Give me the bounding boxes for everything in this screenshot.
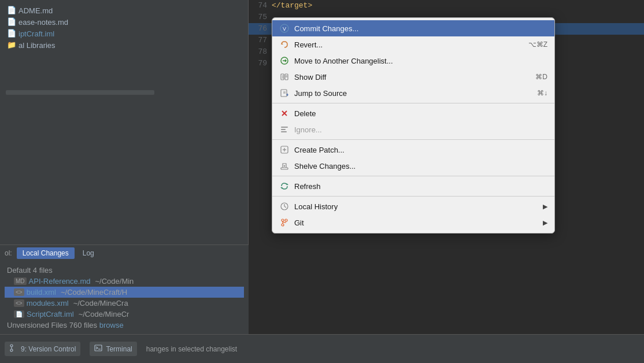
line-number: 77	[249, 35, 272, 46]
line-number: 75	[249, 12, 272, 23]
file-tree: 📄 ADME.md 📄 ease-notes.md 📄 iptCraft.iml…	[0, 0, 248, 55]
separator-3	[272, 176, 554, 176]
svg-rect-15	[281, 129, 286, 130]
separator-1	[272, 103, 554, 103]
menu-item-shelve[interactable]: Shelve Changes...	[272, 158, 554, 174]
browse-link[interactable]: browse	[99, 321, 124, 329]
menu-label: Delete	[294, 109, 547, 118]
menu-item-createpatch[interactable]: Create Patch...	[272, 142, 554, 158]
version-control-button[interactable]: 9: Version Control	[5, 342, 80, 356]
menu-label: Shelve Changes...	[294, 162, 547, 171]
svg-point-31	[10, 349, 13, 351]
move-icon	[279, 55, 290, 66]
svg-rect-14	[281, 127, 288, 128]
jump-icon	[279, 88, 290, 98]
vc-tabs-panel: ol: Local Changes Log Default 4 files MD…	[0, 245, 249, 334]
left-panel: 📄 ADME.md 📄 ease-notes.md 📄 iptCraft.iml…	[0, 0, 249, 363]
context-menu: V Commit Changes... Revert... ⌥⌘Z Move t…	[272, 17, 555, 234]
shelve-icon	[279, 161, 290, 171]
file-tree-item[interactable]: 📄 ADME.md	[0, 5, 248, 16]
code-line-74: 74 </target>	[249, 0, 644, 12]
svg-point-27	[282, 224, 284, 226]
changed-file-build[interactable]: <> build.xml ~/Code/MineCraft/H	[5, 287, 244, 298]
line-number: 76	[249, 23, 272, 35]
separator-2	[272, 139, 554, 140]
menu-item-localhistory[interactable]: Local History ▶	[272, 198, 554, 214]
menu-label: Show Diff	[294, 73, 531, 82]
changed-file-modules[interactable]: <> modules.xml ~/Code/MineCra	[5, 298, 244, 309]
tab-local-changes[interactable]: Local Changes	[17, 247, 75, 259]
file-icon: 📄	[7, 17, 16, 27]
svg-marker-21	[287, 183, 288, 185]
menu-label: Commit Changes...	[294, 24, 547, 33]
vcs-icon: V	[279, 23, 290, 34]
scrollbar[interactable]	[6, 90, 154, 95]
file-icon: 📄	[7, 29, 16, 38]
status-bar: 9: Version Control Terminal hanges in se…	[0, 334, 644, 363]
separator-4	[272, 196, 554, 197]
file-tree-item[interactable]: 📁 al Libraries	[0, 39, 248, 51]
history-icon	[279, 201, 290, 212]
menu-label: Refresh	[294, 182, 547, 191]
delete-icon	[279, 108, 290, 118]
svg-point-28	[285, 219, 287, 221]
terminal-button[interactable]: Terminal	[90, 342, 136, 356]
changed-file-api[interactable]: MD API-Reference.md ~/Code/Min	[5, 276, 244, 287]
changed-file-scriptcraft[interactable]: 📄 ScriptCraft.iml ~/Code/MineCr	[5, 309, 244, 320]
menu-label: Git	[294, 218, 538, 227]
menu-label: Revert...	[294, 40, 524, 49]
menu-item-showdiff[interactable]: Show Diff ⌘D	[272, 69, 554, 85]
xml-icon: <>	[14, 288, 24, 296]
menu-label: Ignore...	[294, 125, 547, 134]
svg-line-25	[284, 206, 286, 208]
diff-icon	[279, 72, 290, 82]
line-number: 79	[249, 58, 272, 69]
revert-icon	[279, 39, 290, 50]
vc-icon	[9, 344, 17, 354]
menu-item-move[interactable]: Move to Another Changelist...	[272, 53, 554, 69]
svg-text:V: V	[283, 26, 286, 32]
vc-label: ol:	[5, 249, 12, 257]
menu-item-ignore[interactable]: Ignore...	[272, 121, 554, 138]
menu-item-delete[interactable]: Delete	[272, 105, 554, 121]
file-tree-item[interactable]: 📄 iptCraft.iml	[0, 28, 248, 39]
line-number: 78	[249, 46, 272, 58]
version-control-label: 9: Version Control	[21, 345, 76, 353]
svg-rect-16	[281, 131, 287, 132]
svg-point-30	[10, 345, 13, 347]
svg-marker-22	[280, 187, 282, 189]
vc-content: Default 4 files MD API-Reference.md ~/Co…	[0, 261, 249, 334]
ignore-icon	[279, 124, 290, 135]
svg-point-26	[282, 219, 284, 221]
menu-label: Jump to Source	[294, 89, 532, 98]
tab-log[interactable]: Log	[77, 247, 100, 259]
status-text: hanges in selected changelist	[146, 345, 237, 353]
refresh-icon	[279, 181, 290, 191]
terminal-icon	[94, 344, 102, 354]
file-tree-item[interactable]: 📄 ease-notes.md	[0, 16, 248, 28]
iml-icon: 📄	[14, 310, 24, 318]
file-icon: 📄	[7, 6, 16, 15]
menu-label: Create Patch...	[294, 146, 547, 154]
menu-item-revert[interactable]: Revert... ⌥⌘Z	[272, 36, 554, 53]
shortcut-jump: ⌘↓	[537, 89, 547, 97]
menu-item-commit[interactable]: V Commit Changes...	[272, 20, 554, 36]
line-content: </target>	[272, 0, 312, 12]
menu-label: Move to Another Changelist...	[294, 57, 547, 65]
line-number: 74	[249, 0, 272, 12]
menu-item-refresh[interactable]: Refresh	[272, 178, 554, 194]
md-icon: MD	[14, 277, 27, 285]
submenu-arrow: ▶	[543, 203, 547, 210]
git-icon	[279, 217, 290, 228]
vc-tab-bar: ol: Local Changes Log	[0, 245, 249, 261]
shortcut-revert: ⌥⌘Z	[528, 40, 547, 49]
shortcut-diff: ⌘D	[535, 73, 547, 81]
file-icon: 📁	[7, 40, 16, 50]
xml-icon: <>	[14, 299, 24, 307]
menu-item-jumpsource[interactable]: Jump to Source ⌘↓	[272, 85, 554, 101]
menu-label: Local History	[294, 202, 538, 211]
patch-icon	[279, 145, 290, 155]
submenu-arrow: ▶	[543, 219, 547, 227]
menu-item-git[interactable]: Git ▶	[272, 214, 554, 231]
changelist-header: Default 4 files	[5, 265, 244, 276]
